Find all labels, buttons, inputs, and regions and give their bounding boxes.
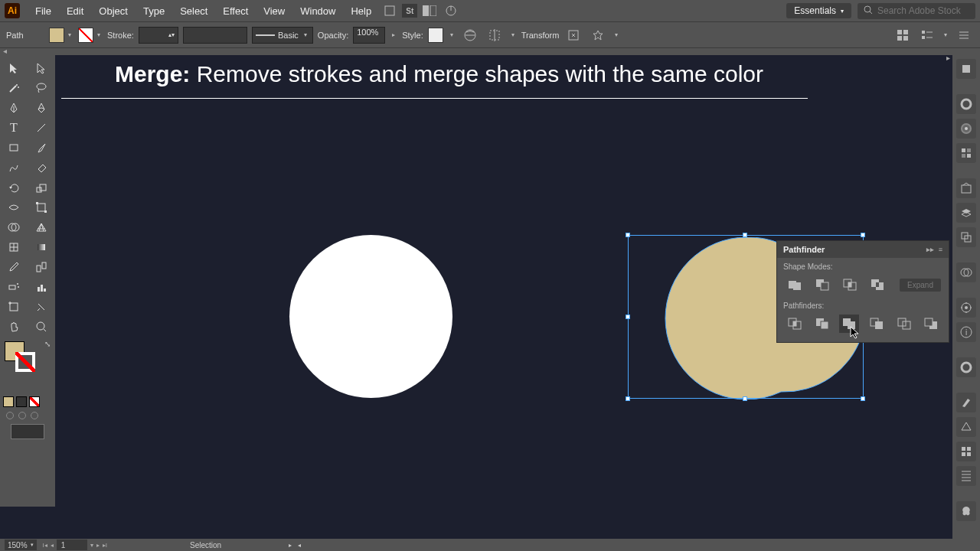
minus-front-button[interactable] [812,276,832,294]
rectangle-tool[interactable] [0,138,28,158]
collapse-dock-icon[interactable]: ▸ [946,54,952,63]
dock-appearance-icon[interactable] [956,298,976,318]
dock-swatches-icon[interactable] [956,143,976,163]
next-artboard-button[interactable]: ▸ [96,542,100,549]
stroke-swatch[interactable] [78,28,93,43]
collapse-panel-icon[interactable]: ▸▸ [926,246,934,253]
stroke-dropdown-icon[interactable]: ▾ [95,31,103,39]
stroke-profile-dropdown[interactable] [183,27,247,44]
arrange-docs-icon[interactable] [420,2,439,19]
swap-fill-stroke-icon[interactable]: ⤡ [44,340,51,348]
zoom-tool[interactable] [28,317,55,337]
dock-pathfinder-icon[interactable] [956,262,976,282]
line-tool[interactable] [28,118,55,138]
mesh-tool[interactable] [0,237,28,257]
screen-mode-button[interactable] [11,424,44,439]
dock-brushes-icon[interactable] [956,393,976,412]
dock-info-icon[interactable]: i [956,322,976,342]
symbol-sprayer-tool[interactable] [0,277,28,297]
menu-select[interactable]: Select [172,5,215,17]
slice-tool[interactable] [28,297,55,317]
minus-back-button[interactable] [921,315,941,333]
dock-color-icon[interactable] [956,94,976,114]
intersect-button[interactable] [840,276,860,294]
unite-button[interactable] [785,276,805,294]
recolor-icon[interactable] [460,25,480,45]
paintbrush-tool[interactable] [28,138,55,158]
prev-artboard-button[interactable]: ◂ [51,542,54,549]
free-transform-tool[interactable] [28,197,55,217]
eraser-tool[interactable] [28,158,55,178]
dock-color-guide-icon[interactable] [956,119,976,139]
opacity-slider-icon[interactable]: ▸ [390,31,397,39]
panel-menu-icon[interactable] [954,25,974,45]
dock-stroke-icon[interactable] [956,357,976,377]
selection-handle[interactable] [861,233,865,237]
selection-handle[interactable] [626,315,630,319]
fill-dropdown-icon[interactable]: ▾ [66,31,74,39]
stroke-box[interactable] [15,352,35,372]
brush-def-dropdown[interactable]: Basic▾ [252,27,313,44]
status-play-icon[interactable]: ▸ [289,542,292,549]
selection-handle[interactable] [626,396,630,401]
last-artboard-button[interactable]: ▸I [103,542,107,549]
menu-file[interactable]: File [28,5,59,17]
align-icon[interactable] [485,25,505,45]
curvature-tool[interactable] [28,98,55,118]
selection-handle[interactable] [861,396,865,401]
menu-window[interactable]: Window [292,5,343,17]
artboard-dd-icon[interactable]: ▾ [90,542,93,549]
menu-effect[interactable]: Effect [215,5,256,17]
edit-similar-icon[interactable] [588,25,608,45]
style-swatch[interactable] [428,28,443,43]
dock-artboards-icon[interactable] [956,227,976,247]
exclude-button[interactable] [867,276,887,294]
search-input[interactable] [877,5,969,16]
panel-menu-icon[interactable]: ≡ [939,246,942,253]
draw-behind[interactable] [18,412,26,419]
transform-link[interactable]: Transform [521,31,560,40]
panel-grid-icon[interactable] [893,25,913,45]
status-back-icon[interactable]: ◂ [298,542,301,549]
column-graph-tool[interactable] [28,277,55,297]
dock-graphic-styles-icon[interactable] [956,501,976,521]
outline-button[interactable] [894,315,914,333]
doc-tab-collapse[interactable] [0,47,980,55]
menu-help[interactable]: Help [343,5,379,17]
stroke-weight-input[interactable]: ▴▾ [139,27,178,44]
stock-search[interactable] [858,3,975,19]
shaper-tool[interactable] [0,158,28,178]
menu-type[interactable]: Type [136,5,172,17]
selection-handle[interactable] [743,396,747,401]
style-dropdown-icon[interactable]: ▾ [448,31,456,39]
shape-builder-tool[interactable] [0,217,28,237]
menu-view[interactable]: View [256,5,292,17]
selection-handle[interactable] [626,233,630,237]
zoom-level[interactable]: 150% ▾ [5,540,37,550]
bridge-icon[interactable] [381,2,399,19]
dock-align-icon[interactable] [956,442,976,461]
gpu-icon[interactable] [442,2,460,19]
fill-swatch[interactable] [49,28,64,43]
crop-button[interactable] [867,315,887,333]
workspace-switcher[interactable]: Essentials▾ [786,3,851,18]
panel-list-icon[interactable] [917,25,937,45]
first-artboard-button[interactable]: I◂ [43,542,47,549]
magic-wand-tool[interactable] [0,78,28,98]
divide-button[interactable] [785,315,805,333]
color-mode-gradient[interactable] [16,396,27,407]
dock-properties-icon[interactable] [956,59,976,79]
opacity-input[interactable]: 100% [353,27,385,44]
draw-normal[interactable] [6,412,14,419]
menu-object[interactable]: Object [91,5,136,17]
artboard-number-input[interactable]: 1 [57,540,87,550]
color-mode-none[interactable] [29,396,40,407]
gradient-tool[interactable] [28,237,55,257]
draw-inside[interactable] [31,412,38,419]
trim-button[interactable] [812,315,832,333]
stock-icon[interactable]: St [402,4,417,18]
scale-tool[interactable] [28,178,55,197]
dock-libraries-icon[interactable] [956,178,976,198]
perspective-grid-tool[interactable] [28,217,55,237]
width-tool[interactable] [0,197,28,217]
